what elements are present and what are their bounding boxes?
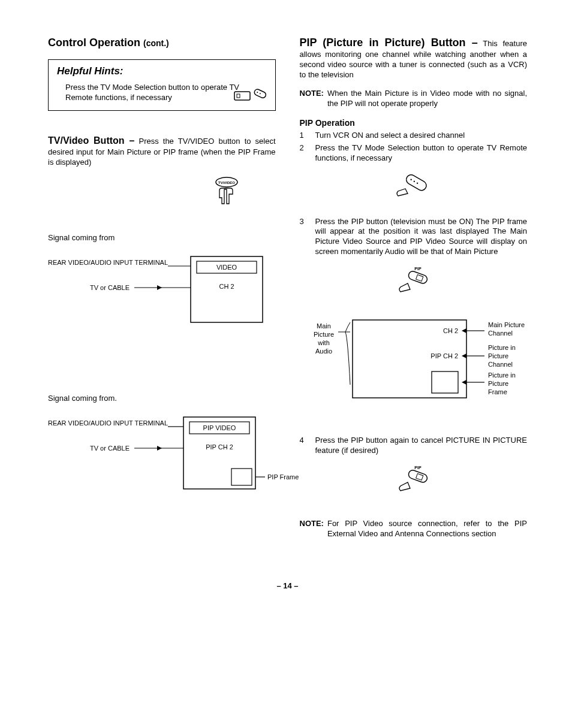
note-1-body: When the Main Picture is in Video mode w… bbox=[327, 89, 527, 109]
svg-text:Main Picture: Main Picture bbox=[488, 321, 525, 328]
svg-text:Audio: Audio bbox=[315, 348, 332, 355]
svg-text:REAR VIDEO/AUDIO INPUT TERMINA: REAR VIDEO/AUDIO INPUT TERMINAL bbox=[48, 419, 168, 427]
pip-steps-cont: 3Press the PIP button (television must b… bbox=[300, 217, 528, 258]
section-title: Control Operation (cont.) bbox=[48, 36, 276, 50]
step-1: 1Turn VCR ON and select a desired channe… bbox=[300, 131, 528, 141]
svg-rect-26 bbox=[231, 469, 252, 485]
svg-marker-10 bbox=[157, 285, 162, 290]
svg-rect-44 bbox=[432, 371, 458, 393]
svg-text:PIP: PIP bbox=[415, 267, 422, 271]
pip-runin: PIP (Picture in Picture) Button – bbox=[300, 37, 478, 49]
pip-button-icon-1: PIP bbox=[300, 265, 528, 302]
svg-text:Main: Main bbox=[317, 322, 331, 330]
note-1-label: NOTE: bbox=[300, 89, 324, 109]
svg-rect-34 bbox=[408, 270, 429, 285]
svg-text:PIP VIDEO: PIP VIDEO bbox=[203, 424, 236, 431]
svg-rect-61 bbox=[416, 474, 423, 481]
svg-text:Picture: Picture bbox=[488, 380, 508, 387]
svg-text:PIP CH 2: PIP CH 2 bbox=[206, 443, 233, 451]
svg-text:CH 2: CH 2 bbox=[219, 283, 234, 290]
diagram-2: REAR VIDEO/AUDIO INPUT TERMINAL TV or CA… bbox=[48, 415, 276, 506]
svg-point-32 bbox=[417, 182, 419, 184]
svg-rect-29 bbox=[405, 173, 428, 192]
svg-text:TV or CABLE: TV or CABLE bbox=[90, 445, 130, 452]
section-title-main: Control Operation bbox=[48, 37, 140, 49]
tvvideo-runin: TV/Video Button – bbox=[48, 135, 134, 146]
remote-hand-icon bbox=[300, 172, 528, 205]
svg-text:with: with bbox=[317, 339, 330, 346]
signal-label-2: Signal coming from. bbox=[48, 394, 276, 404]
svg-point-3 bbox=[256, 92, 258, 93]
svg-marker-50 bbox=[462, 354, 466, 358]
svg-rect-35 bbox=[416, 275, 423, 282]
step-4: 4Press the PIP button again to cancel PI… bbox=[300, 436, 528, 456]
svg-point-30 bbox=[410, 179, 412, 180]
svg-point-4 bbox=[259, 93, 261, 95]
pip-steps-cont2: 4Press the PIP button again to cancel PI… bbox=[300, 436, 528, 456]
note-1: NOTE: When the Main Picture is in Video … bbox=[300, 89, 528, 109]
note-2-body: For PIP Video source connection, refer t… bbox=[327, 519, 527, 539]
note-2: NOTE: For PIP Video source connection, r… bbox=[300, 519, 528, 539]
svg-rect-1 bbox=[237, 94, 240, 98]
page-number: – 14 – bbox=[48, 581, 527, 591]
svg-text:CH 2: CH 2 bbox=[442, 327, 457, 334]
svg-text:Frame: Frame bbox=[488, 388, 507, 395]
svg-text:Channel: Channel bbox=[488, 361, 513, 368]
svg-text:PIP CH 2: PIP CH 2 bbox=[430, 352, 458, 360]
svg-text:TV or CABLE: TV or CABLE bbox=[90, 284, 130, 291]
step-3: 3Press the PIP button (television must b… bbox=[300, 217, 528, 258]
diagram-3: Main Picture with Audio CH 2 PIP CH 2 Ma… bbox=[300, 314, 528, 412]
svg-text:Picture in: Picture in bbox=[488, 371, 516, 379]
svg-text:PIP Frame: PIP Frame bbox=[267, 473, 299, 481]
tvvideo-paragraph: TV/Video Button – Press the TV/VIDEO but… bbox=[48, 135, 276, 168]
section-title-cont: (cont.) bbox=[143, 38, 169, 48]
svg-point-31 bbox=[414, 180, 416, 182]
diagram-1: REAR VIDEO/AUDIO INPUT TERMINAL TV or CA… bbox=[48, 254, 276, 334]
pip-paragraph: PIP (Picture in Picture) Button – This f… bbox=[300, 36, 528, 80]
svg-marker-20 bbox=[157, 446, 162, 451]
step-2: 2Press the TV Mode Selection button to o… bbox=[300, 143, 528, 164]
pip-operation-heading: PIP Operation bbox=[300, 117, 528, 128]
svg-marker-46 bbox=[462, 328, 466, 333]
svg-marker-55 bbox=[462, 380, 466, 385]
helpful-hints-box: Helpful Hints: Press the TV Mode Selecti… bbox=[48, 59, 276, 111]
tvvideo-label: TV/VIDEO bbox=[218, 181, 234, 185]
remote-icon bbox=[233, 87, 267, 105]
svg-text:VIDEO: VIDEO bbox=[216, 264, 237, 271]
svg-text:Channel: Channel bbox=[488, 330, 513, 337]
pip-button-icon-2: PIP bbox=[300, 464, 528, 501]
note-2-label: NOTE: bbox=[300, 519, 324, 539]
svg-text:Picture: Picture bbox=[313, 331, 333, 338]
svg-rect-60 bbox=[408, 469, 429, 484]
pip-steps: 1Turn VCR ON and select a desired channe… bbox=[300, 131, 528, 164]
svg-text:REAR VIDEO/AUDIO INPUT TERMINA: REAR VIDEO/AUDIO INPUT TERMINAL bbox=[48, 259, 168, 266]
svg-text:Picture: Picture bbox=[488, 352, 508, 360]
svg-text:PIP: PIP bbox=[415, 466, 422, 470]
tvvideo-button-icon: TV/VIDEO bbox=[48, 176, 276, 213]
signal-label-1: Signal coming from bbox=[48, 233, 276, 243]
svg-text:Picture in: Picture in bbox=[488, 344, 516, 351]
helpful-hints-title: Helpful Hints: bbox=[57, 65, 267, 78]
